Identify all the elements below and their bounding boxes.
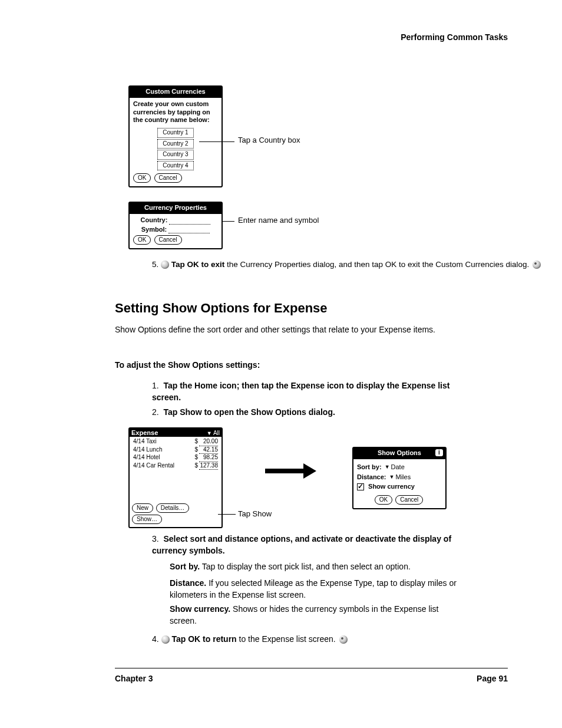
expense-details-button[interactable]: Details… <box>156 503 190 513</box>
country-3-button[interactable]: Country 3 <box>157 150 194 160</box>
country-4-button[interactable]: Country 4 <box>157 161 194 171</box>
expense-show-callout: Tap Show <box>238 509 272 519</box>
sort-by-selector[interactable]: ▼Date <box>384 463 405 470</box>
step-1-text: Tap the Home icon; then tap the Expense … <box>152 381 449 402</box>
show-currency-checkbox[interactable] <box>357 483 364 490</box>
expense-category-filter[interactable]: ▼ All <box>207 430 220 436</box>
country-2-button[interactable]: Country 2 <box>157 139 194 149</box>
dropdown-icon: ▼ <box>385 464 390 470</box>
expense-new-button[interactable]: New <box>132 503 153 513</box>
show-options-cancel-button[interactable]: Cancel <box>395 495 423 505</box>
dropdown-icon: ▼ <box>207 430 212 436</box>
distance-label: Distance: <box>357 473 386 480</box>
step-3: 3. Select sort and distance options, and… <box>152 533 470 556</box>
expense-row[interactable]: 4/14 Car Rental $127.38 <box>133 462 218 470</box>
sort-by-label: Sort by: <box>357 463 382 470</box>
section-intro: Show Options define the sort order and o… <box>115 324 451 336</box>
dropdown-icon: ▼ <box>389 474 395 480</box>
step-5: 5. Tap OK to exit the Currency Propertie… <box>152 259 541 271</box>
custom-currencies-instructions: Create your own custom currencies by tap… <box>133 100 218 124</box>
expense-list: 4/14 Taxi $20.00 4/14 Lunch $42.15 4/14 … <box>130 437 222 502</box>
symbol-field[interactable] <box>168 228 210 233</box>
currency-properties-ok-button[interactable]: OK <box>133 235 151 245</box>
distance-value: Miles <box>396 473 411 480</box>
show-options-title: Show Options <box>378 449 421 456</box>
show-currency-label: Show currency <box>368 483 415 490</box>
step-2: 2. Tap Show to open the Show Options dia… <box>152 407 458 419</box>
info-icon[interactable]: i <box>435 449 443 456</box>
arrow-icon <box>265 466 318 476</box>
step-3-sort: Sort by. Tap to display the sort pick li… <box>170 561 458 573</box>
show-currency-row[interactable]: Show currency <box>357 483 442 491</box>
footer-rule <box>115 668 508 668</box>
tap-icon <box>161 635 170 644</box>
callout-line <box>218 514 236 515</box>
footer-chapter: Chapter 3 <box>115 674 153 683</box>
expense-desc: 4/14 Hotel <box>133 454 160 462</box>
distance-description: If you selected Mileage as the Expense T… <box>170 578 457 599</box>
step-5-body: the Currency Properties dialog, and then… <box>224 260 529 269</box>
country-1-button[interactable]: Country 1 <box>157 128 194 138</box>
done-icon <box>533 261 541 269</box>
currency-properties-cancel-button[interactable]: Cancel <box>154 235 182 245</box>
tap-icon <box>161 261 169 269</box>
step-5-lead: Tap OK to exit <box>171 260 225 269</box>
step-4-lead: Tap OK to return <box>171 634 236 644</box>
show-options-title-bar: Show Options i <box>353 448 445 459</box>
done-icon <box>339 635 348 644</box>
step-2-text: Tap Show to open the Show Options dialog… <box>163 407 335 417</box>
step-4-body: to the Expense list screen. <box>237 634 336 644</box>
step-3-text: Select sort and distance options, and ac… <box>152 534 451 555</box>
sort-by-term: Sort by. <box>170 562 200 571</box>
custom-currencies-callout: Tap a Country box <box>238 135 300 146</box>
currency-properties-title: Currency Properties <box>130 203 222 214</box>
step-4: 4. Tap OK to return to the Expense list … <box>152 634 470 645</box>
step-5-number: 5. <box>152 260 158 269</box>
callout-line <box>199 141 234 142</box>
expense-desc: 4/14 Lunch <box>133 446 163 454</box>
sort-by-description: Tap to display the sort pick list, and t… <box>200 562 411 571</box>
show-currency-term: Show currency. <box>170 604 230 614</box>
step-3-currency: Show currency. Shows or hides the curren… <box>170 604 464 627</box>
currency-symbol: $ <box>194 446 198 453</box>
amount-value: 20.00 <box>199 438 218 446</box>
custom-currencies-title: Custom Currencies <box>130 87 222 98</box>
amount-value: 98.25 <box>199 454 218 462</box>
country-label: Country: <box>141 216 168 223</box>
expense-desc: 4/14 Car Rental <box>133 462 174 470</box>
distance-term: Distance. <box>170 578 206 588</box>
step-3-distance: Distance. If you selected Mileage as the… <box>170 578 464 601</box>
custom-currencies-dialog: Custom Currencies Create your own custom… <box>128 85 223 187</box>
distance-selector[interactable]: ▼Miles <box>388 473 411 480</box>
step-4-number: 4. <box>152 634 159 644</box>
country-field[interactable] <box>169 219 210 225</box>
procedure-lead: To adjust the Show Options settings: <box>115 360 260 371</box>
expense-row[interactable]: 4/14 Taxi $20.00 <box>133 438 218 446</box>
currency-symbol: $ <box>194 438 198 444</box>
step-1: 1. Tap the Home icon; then tap the Expen… <box>152 380 458 403</box>
show-options-ok-button[interactable]: OK <box>375 495 392 505</box>
custom-currencies-cancel-button[interactable]: Cancel <box>154 173 182 183</box>
page-header-right: Performing Common Tasks <box>401 32 508 42</box>
expense-row[interactable]: 4/14 Hotel $98.25 <box>133 454 218 462</box>
amount-value: 42.15 <box>199 446 218 454</box>
expense-desc: 4/14 Taxi <box>133 438 157 446</box>
sort-by-value: Date <box>391 463 405 470</box>
currency-properties-callout: Enter name and symbol <box>238 215 319 226</box>
currency-symbol: $ <box>194 462 198 469</box>
callout-line <box>223 221 234 222</box>
symbol-label: Symbol: <box>141 226 167 233</box>
expense-row[interactable]: 4/14 Lunch $42.15 <box>133 446 218 454</box>
custom-currencies-ok-button[interactable]: OK <box>133 173 151 183</box>
expense-app-screen: Expense ▼ All 4/14 Taxi $20.00 4/14 Lunc… <box>128 427 223 528</box>
currency-properties-dialog: Currency Properties Country: Symbol: OK … <box>128 202 223 249</box>
step-3-number: 3. <box>152 534 159 543</box>
currency-symbol: $ <box>194 454 198 460</box>
expense-show-button[interactable]: Show… <box>132 515 162 524</box>
footer-page: Page 91 <box>477 674 508 683</box>
section-heading: Setting Show Options for Expense <box>115 301 328 316</box>
show-options-dialog: Show Options i Sort by: ▼Date Distance: … <box>352 447 447 509</box>
filter-value: All <box>213 430 220 436</box>
expense-app-title: Expense <box>131 429 158 436</box>
amount-value: 127.38 <box>199 462 218 470</box>
